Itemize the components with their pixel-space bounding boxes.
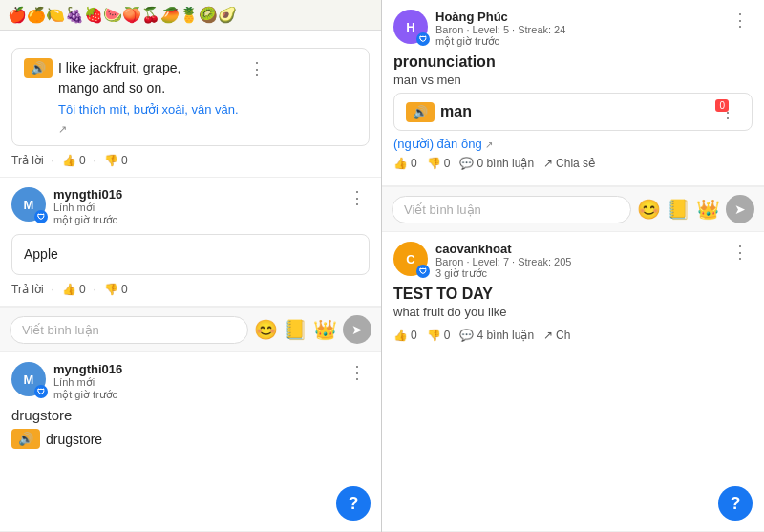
time-2: một giờ trước (53, 214, 337, 226)
like-btn-2[interactable]: 👍 0 (62, 283, 86, 296)
post-block-2: C 🛡 caovankhoat Baron · Level: 7 · Strea… (382, 232, 764, 532)
book-btn-1[interactable]: 📒 (284, 318, 308, 341)
avatar-2: M 🛡 (11, 187, 46, 222)
comment-input-row-1: Viết bình luận 😊 📒 👑 ➤ (0, 307, 381, 352)
share-icon-1: ↗ (543, 157, 553, 170)
badge-hoang: 🛡 (416, 32, 430, 46)
cao-username: caovankhoat (435, 242, 720, 256)
level-2: Lính mới (53, 202, 337, 214)
stats-row-1: 👍 0 👎 0 💬 0 bình luận ↗ Chia sẻ (393, 157, 753, 170)
apple-text: Apple (24, 245, 357, 265)
comment-stat-1[interactable]: 💬 0 bình luận (459, 157, 534, 170)
help-icon-left: ? (349, 494, 359, 514)
hoang-level: Baron · Level: 5 · Streak: 24 (435, 24, 720, 35)
comment-header-3: M 🛡 myngthi016 Lính mới một giờ trước ⋮ (11, 362, 370, 401)
dislike-icon-2b: 👎 (427, 329, 441, 342)
hoang-info: Hoàng Phúc Baron · Level: 5 · Streak: 24… (435, 10, 720, 48)
drug-speaker[interactable]: 🔊 (11, 429, 40, 449)
send-btn-1[interactable]: ➤ (343, 315, 371, 344)
more-options-post1[interactable]: ⋮ (728, 10, 753, 31)
post1-title: pronunciation (393, 53, 753, 71)
left-phone: 🍎🍊🍋🍇🍓🍉🍑🍒🥭🍍🥝🥑 🔊 I like jackfruit, grape, … (0, 0, 382, 532)
word-speaker[interactable]: 🔊 (406, 102, 435, 122)
send-icon-1: ➤ (351, 322, 363, 337)
share-btn-2[interactable]: ↗ Ch (543, 329, 570, 342)
drug-audio-label: drugstore (46, 432, 102, 447)
actions-row-2: Trả lời · 👍 0 · 👎 0 (11, 283, 370, 296)
badge-cao: 🛡 (416, 265, 430, 278)
link-icon-1: ↗ (58, 123, 67, 135)
comment-input-2[interactable]: Viết bình luận (392, 196, 631, 223)
like-icon-2: 👍 (62, 283, 76, 296)
post2-subtitle: what fruit do you like (393, 305, 753, 319)
stats-row-2: 👍 0 👎 0 💬 4 bình luận ↗ Ch (393, 329, 753, 342)
post-header-2: C 🛡 caovankhoat Baron · Level: 7 · Strea… (393, 242, 753, 280)
left-panel: 🍎🍊🍋🍇🍓🍉🍑🍒🥭🍍🥝🥑 🔊 I like jackfruit, grape, … (0, 0, 382, 532)
dislike-stat-1[interactable]: 👎 0 (427, 157, 451, 170)
crown-btn-1[interactable]: 👑 (313, 318, 337, 341)
avatar-3: M 🛡 (11, 362, 46, 396)
help-button-left[interactable]: ? (336, 486, 371, 521)
hoang-username: Hoàng Phúc (435, 10, 720, 24)
time-3: một giờ trước (53, 389, 337, 401)
speaker-icon-1[interactable]: 🔊 (24, 58, 53, 78)
emoji-bar: 🍎🍊🍋🍇🍓🍉🍑🍒🥭🍍🥝🥑 (0, 0, 381, 31)
crown-btn-2[interactable]: 👑 (696, 198, 720, 221)
dislike-btn-2[interactable]: 👎 0 (104, 283, 128, 296)
word-translation: (người) đàn ông ↗ (393, 137, 753, 151)
cao-level: Baron · Level: 7 · Streak: 205 (435, 256, 720, 267)
emoji-btn-1[interactable]: 😊 (254, 318, 278, 341)
reply-btn-1[interactable]: Trả lời (11, 154, 44, 167)
translation-text-1: Tôi thích mít, bưởi xoài, vân vân. (58, 102, 239, 117)
dislike-btn-1[interactable]: 👎 0 (104, 154, 128, 167)
score-badge: 0 (715, 99, 729, 112)
like-icon-2b: 👍 (393, 329, 408, 342)
send-btn-2[interactable]: ➤ (726, 195, 754, 223)
comment-input-1[interactable]: Viết bình luận (10, 316, 248, 344)
right-panel: H 🛡 Hoàng Phúc Baron · Level: 5 · Streak… (382, 0, 764, 532)
user-info-2: myngthi016 Lính mới một giờ trước (53, 187, 337, 226)
post-header-1: H 🛡 Hoàng Phúc Baron · Level: 5 · Streak… (393, 10, 753, 48)
dislike-icon-1: 👎 (104, 154, 118, 167)
avatar-hoang: H 🛡 (393, 10, 428, 44)
drug-audio-row: 🔊 drugstore (11, 429, 370, 449)
cao-time: 3 giờ trước (435, 267, 720, 280)
more-options-1[interactable]: ⋮ (244, 58, 269, 79)
avatar-cao: C 🛡 (393, 242, 428, 276)
dislike-stat-2[interactable]: 👎 0 (427, 329, 451, 342)
share-icon-2: ↗ (543, 329, 553, 342)
word-audio-row: 🔊 man 0 ⋮ (393, 93, 753, 131)
like-icon-1: 👍 (62, 154, 76, 167)
help-button-right[interactable]: ? (718, 486, 753, 521)
dislike-icon-2: 👎 (104, 283, 118, 296)
comment-icon-2: 💬 (459, 329, 474, 342)
username-2: myngthi016 (53, 187, 337, 202)
comment-icon-1: 💬 (459, 157, 474, 170)
comment-input-row-2: Viết bình luận 😊 📒 👑 ➤ (382, 186, 764, 232)
more-options-3[interactable]: ⋮ (345, 362, 370, 383)
more-options-post2[interactable]: ⋮ (728, 242, 753, 263)
more-options-2[interactable]: ⋮ (345, 187, 370, 208)
comment-stat-2[interactable]: 💬 4 bình luận (459, 329, 534, 342)
book-btn-2[interactable]: 📒 (667, 198, 690, 221)
send-icon-2: ➤ (734, 202, 746, 217)
username-3: myngthi016 (53, 362, 337, 376)
reply-btn-2[interactable]: Trả lời (11, 283, 44, 296)
help-icon-right: ? (731, 494, 741, 514)
like-stat-1[interactable]: 👍 0 (393, 157, 417, 170)
dislike-icon-stat: 👎 (427, 157, 441, 170)
audio-content-box: 🔊 I like jackfruit, grape, mango and so … (11, 48, 370, 146)
share-btn-1[interactable]: ↗ Chia sẻ (543, 157, 595, 170)
cao-info: caovankhoat Baron · Level: 7 · Streak: 2… (435, 242, 720, 280)
drugstore-text: drugstore (11, 407, 370, 423)
hoang-time: một giờ trước (435, 35, 720, 48)
content-text-1: I like jackfruit, grape, mango and so on… (58, 58, 239, 98)
level-3: Lính mới (53, 376, 337, 389)
comment-block-3: M 🛡 myngthi016 Lính mới một giờ trước ⋮ … (0, 352, 381, 532)
like-stat-2[interactable]: 👍 0 (393, 329, 417, 342)
like-btn-1[interactable]: 👍 0 (62, 154, 86, 167)
badge-3: 🛡 (34, 385, 48, 398)
badge-2: 🛡 (34, 210, 48, 223)
word-text: man (440, 103, 472, 120)
emoji-btn-2[interactable]: 😊 (637, 198, 661, 221)
